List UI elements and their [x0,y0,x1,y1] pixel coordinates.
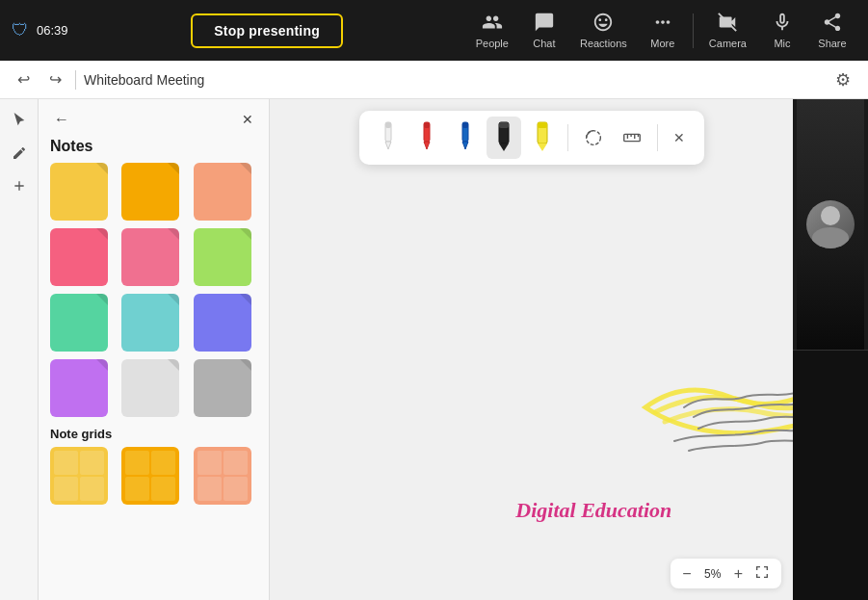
sidebar-header: ← ✕ [39,99,269,136]
note-item[interactable] [194,228,251,286]
whiteboard-canvas[interactable]: ✕ Digital Education − 5% + [270,99,793,600]
nav-mic-label: Mic [774,38,790,49]
toolbar-separator [75,70,76,90]
note-grid-item[interactable] [194,447,251,505]
stop-presenting-button[interactable]: Stop presenting [191,13,343,48]
sidebar-back-button[interactable]: ← [50,109,73,130]
add-tool-button[interactable] [6,172,33,199]
camera-icon [717,12,738,36]
more-icon [652,12,673,36]
note-item[interactable] [50,228,108,286]
note-grids-grid [39,447,269,505]
nav-chat-label: Chat [533,38,555,49]
nav-mic[interactable]: Mic [758,6,806,55]
top-bar: 🛡 06:39 Stop presenting People Chat Reac… [0,0,868,61]
note-item[interactable] [121,163,179,221]
shield-icon: 🛡 [12,20,29,40]
nav-more[interactable]: More [639,6,687,55]
nav-more-label: More [650,38,674,49]
nav-camera-label: Camera [709,38,747,49]
chat-icon [534,12,555,36]
note-item[interactable] [50,359,108,417]
time-display: 06:39 [37,23,68,38]
zoom-out-button[interactable]: − [678,563,695,585]
redo-button[interactable]: ↪ [43,66,67,92]
undo-button[interactable]: ↩ [12,66,36,92]
sidebar-close-button[interactable]: ✕ [238,110,257,129]
nav-reactions-label: Reactions [580,38,627,49]
note-grids-label: Note grids [39,417,269,447]
video-tile-1 [793,99,868,351]
note-item[interactable] [50,294,108,352]
reactions-icon [592,12,614,36]
zoom-controls: − 5% + [671,559,781,588]
main-area: ← ✕ Notes Note grids [0,99,868,600]
nav-share[interactable]: Share [808,6,856,55]
meeting-title: Whiteboard Meeting [84,72,822,88]
mic-icon [772,12,793,36]
video-tile-2 [793,351,868,601]
note-item[interactable] [194,163,251,221]
note-item[interactable] [194,294,251,352]
select-tool-button[interactable] [6,107,33,134]
note-item[interactable] [194,359,251,417]
note-item[interactable] [121,359,179,417]
nav-people-label: People [476,38,509,49]
people-icon [482,12,503,36]
nav-share-label: Share [818,38,846,49]
canvas-drawing [270,99,793,600]
note-grid-item[interactable] [50,447,108,505]
settings-button[interactable]: ⚙ [829,65,856,94]
sidebar-notes-title: Notes [39,136,269,163]
fit-view-button[interactable] [750,562,774,585]
notes-grid [39,163,269,417]
video-sidebar [793,99,868,600]
left-tools-panel [0,99,39,600]
left-sidebar: ← ✕ Notes Note grids [39,99,270,600]
nav-chat[interactable]: Chat [520,6,568,55]
nav-people[interactable]: People [466,6,518,55]
second-bar: ↩ ↪ Whiteboard Meeting ⚙ [0,61,868,99]
note-item[interactable] [121,228,179,286]
nav-camera[interactable]: Camera [699,6,756,55]
zoom-in-button[interactable]: + [730,563,747,585]
share-icon [822,12,843,36]
nav-items: People Chat Reactions More [466,6,856,55]
digital-education-text: Digital Education [515,498,671,523]
nav-separator [693,13,694,48]
zoom-level-display: 5% [699,567,726,581]
note-item[interactable] [121,294,179,352]
note-grid-item[interactable] [121,447,179,505]
pen-tool-button[interactable] [6,140,33,167]
note-item[interactable] [50,163,108,221]
nav-reactions[interactable]: Reactions [570,6,637,55]
